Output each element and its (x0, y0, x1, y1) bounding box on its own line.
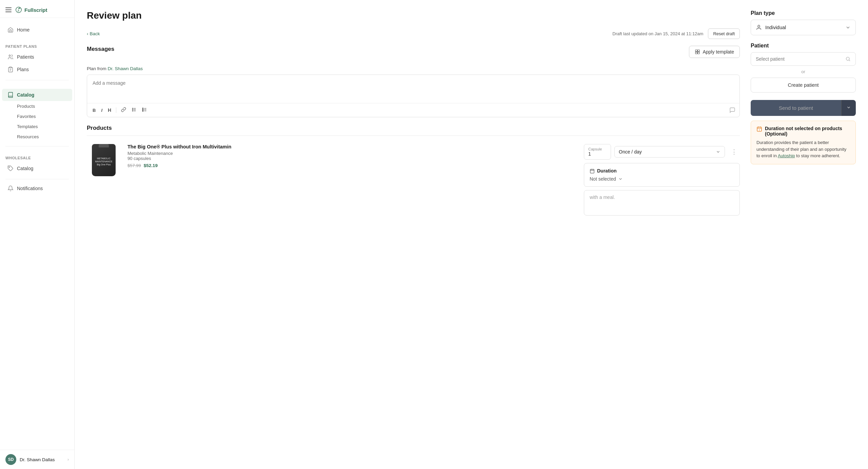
frequency-select[interactable]: Once / day (614, 146, 725, 158)
svg-point-5 (9, 167, 9, 167)
book-icon (7, 92, 14, 98)
product-bottle-label: METABOLICMAINTENANCEBig One Plus (95, 156, 113, 167)
sidebar-item-home[interactable]: Home (2, 24, 72, 36)
warning-header: Duration not selected on products (Optio… (756, 126, 850, 137)
sidebar-item-label: Plans (17, 67, 29, 72)
svg-text:3: 3 (142, 110, 143, 112)
messages-title: Messages (87, 46, 114, 53)
wholesale-label: Wholesale (0, 155, 74, 162)
calendar-icon (590, 168, 595, 174)
meal-note-box[interactable]: with a meal. (584, 190, 740, 216)
product-image: METABOLICMAINTENANCEBig One Plus (92, 144, 116, 176)
duration-select[interactable]: Not selected (590, 176, 734, 182)
sidebar-item-plans[interactable]: Plans (2, 63, 72, 76)
top-bar: ‹ Back Draft last updated on Jan 15, 202… (87, 28, 740, 39)
sidebar-item-catalog[interactable]: Catalog (2, 89, 72, 101)
product-prices: $57.99 $52.19 (127, 163, 577, 168)
duration-warning: Duration not selected on products (Optio… (751, 121, 856, 164)
back-button[interactable]: ‹ Back (87, 31, 100, 36)
sidebar-item-notifications[interactable]: Notifications (2, 182, 72, 195)
plan-type-section: Plan type Individual (751, 10, 856, 35)
main-content: Review plan ‹ Back Draft last updated on… (75, 0, 868, 469)
svg-point-14 (132, 109, 133, 110)
send-row: Send to patient (751, 100, 856, 116)
sidebar-item-products[interactable]: Products (2, 101, 72, 111)
sidebar-item-patients[interactable]: Patients (2, 51, 72, 63)
messages-section-header: Messages Apply template (87, 46, 740, 64)
toolbar-left: B I H (91, 106, 149, 114)
bullet-list-button[interactable] (130, 106, 138, 114)
app-name: Fullscript (24, 7, 47, 13)
product-size: 90 capsules (127, 156, 577, 161)
sidebar-item-wholesale-catalog[interactable]: Catalog (2, 162, 72, 175)
send-chevron-button[interactable] (841, 100, 856, 116)
patient-section: Patient or Create patient (751, 43, 856, 93)
svg-rect-9 (698, 52, 699, 54)
product-new-price: $52.19 (144, 163, 158, 168)
capsule-value: 1 (588, 151, 607, 157)
reset-draft-button[interactable]: Reset draft (708, 28, 740, 39)
or-divider: or (751, 69, 856, 74)
tag-icon (7, 165, 14, 171)
nav-home-section: Home (0, 18, 74, 38)
product-controls: Capsule 1 Once / day ⋮ (584, 144, 740, 216)
right-column: Plan type Individual Patient (751, 10, 856, 459)
message-textarea[interactable] (87, 75, 739, 102)
plan-type-chevron-icon (845, 25, 851, 30)
send-to-patient-button[interactable]: Send to patient (751, 100, 841, 116)
italic-button[interactable]: I (100, 107, 104, 114)
sidebar: Fullscript Home Patient plans Patients (0, 0, 75, 469)
svg-rect-8 (695, 52, 697, 54)
nav-catalog-section: Catalog Products Favorites Templates Res… (0, 83, 74, 143)
chevron-left-icon: ‹ (87, 31, 88, 36)
sidebar-item-favorites[interactable]: Favorites (2, 111, 72, 121)
template-icon (695, 49, 700, 55)
toolbar-divider (116, 107, 116, 113)
nav-wholesale-section: Wholesale Catalog (0, 149, 74, 176)
sidebar-item-resources[interactable]: Resources (2, 132, 72, 142)
dosage-row: Capsule 1 Once / day ⋮ (584, 144, 740, 160)
create-patient-button[interactable]: Create patient (751, 78, 856, 93)
product-old-price: $57.99 (127, 163, 141, 168)
svg-point-1 (9, 55, 11, 57)
leaf-icon (15, 6, 22, 14)
plan-type-select[interactable]: Individual (751, 20, 856, 35)
nav-divider-2 (5, 146, 69, 146)
heading-button[interactable]: H (106, 106, 113, 114)
patient-search-input[interactable] (756, 56, 845, 62)
svg-point-0 (16, 7, 22, 13)
svg-point-34 (759, 130, 760, 131)
svg-line-28 (849, 60, 850, 61)
plan-type-value: Individual (765, 25, 842, 30)
link-button[interactable] (120, 106, 127, 114)
nav-patient-plans-section: Patient plans Patients Plans (0, 38, 74, 77)
sidebar-item-label: Notifications (17, 186, 43, 191)
duration-header: Duration (590, 168, 734, 174)
bold-button[interactable]: B (91, 107, 97, 114)
duration-box: Duration Not selected (584, 163, 740, 187)
numbered-list-button[interactable]: 1 2 3 (141, 106, 149, 114)
plan-type-label: Plan type (751, 10, 856, 16)
product-name: The Big One® Plus without Iron Multivita… (127, 144, 577, 149)
products-title: Products (87, 125, 740, 131)
user-name: Dr. Shawn Dallas (20, 457, 64, 462)
capsule-input[interactable]: Capsule 1 (584, 144, 611, 160)
app-logo: Fullscript (15, 6, 47, 14)
message-editor: B I H (87, 75, 740, 117)
sidebar-item-templates[interactable]: Templates (2, 122, 72, 131)
left-column: Review plan ‹ Back Draft last updated on… (87, 10, 740, 459)
plan-from-link[interactable]: Dr. Shawn Dallas (108, 66, 143, 71)
meal-note: with a meal. (590, 195, 615, 200)
autoship-link[interactable]: Autoship (778, 153, 795, 158)
patient-plans-label: Patient plans (0, 43, 74, 50)
frequency-value: Once / day (619, 149, 714, 155)
product-image-wrap: METABOLICMAINTENANCEBig One Plus (87, 144, 121, 176)
patient-search[interactable] (751, 52, 856, 66)
warning-text: Duration provides the patient a better u… (756, 139, 850, 159)
apply-template-button[interactable]: Apply template (689, 46, 740, 58)
duration-chevron-down-icon (618, 177, 623, 181)
hamburger-button[interactable] (5, 7, 12, 12)
more-options-button[interactable]: ⋮ (728, 147, 740, 157)
plan-from: Plan from Dr. Shawn Dallas (87, 66, 740, 71)
user-profile[interactable]: SD Dr. Shawn Dallas › (0, 450, 74, 469)
